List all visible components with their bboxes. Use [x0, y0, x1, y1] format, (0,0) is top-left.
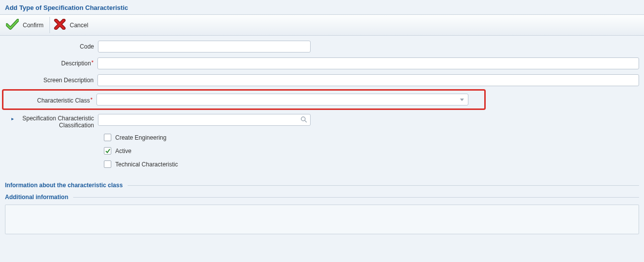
cancel-button[interactable]: Cancel: [52, 17, 94, 33]
divider: [128, 185, 639, 186]
technical-characteristic-label: Technical Characteristic: [115, 161, 178, 168]
close-icon: [54, 19, 66, 31]
toolbar: Confirm Cancel: [0, 15, 644, 36]
section-additional-title: Additional information: [5, 194, 68, 201]
section-additional: Additional information: [5, 194, 639, 201]
form-area: Code Description* Screen Description Cha…: [0, 36, 644, 177]
section-info-class-title: Information about the characteristic cla…: [5, 182, 123, 189]
confirm-button[interactable]: Confirm: [4, 17, 50, 33]
section-info-class: Information about the characteristic cla…: [5, 182, 639, 189]
code-label: Code: [5, 41, 98, 50]
screen-description-input[interactable]: [97, 74, 639, 86]
check-icon: [6, 19, 19, 31]
divider: [73, 197, 639, 198]
expand-caret-icon[interactable]: ▸: [11, 116, 14, 121]
cancel-label: Cancel: [70, 22, 88, 29]
description-label: Description*: [5, 57, 97, 67]
confirm-label: Confirm: [23, 22, 44, 29]
required-icon: *: [91, 97, 92, 103]
characteristic-class-highlight: Characteristic Class*: [2, 89, 486, 110]
active-label: Active: [115, 148, 132, 155]
code-input[interactable]: [98, 41, 311, 52]
required-icon: *: [92, 59, 93, 65]
additional-info-panel: [5, 205, 639, 234]
description-input[interactable]: [97, 57, 639, 69]
spec-char-classification-label: ▸Specification Characteristic Classifica…: [5, 114, 98, 129]
technical-characteristic-checkbox[interactable]: [104, 160, 111, 168]
active-checkbox[interactable]: [104, 147, 111, 155]
search-icon: [300, 116, 307, 124]
screen-description-label: Screen Description: [5, 74, 97, 84]
create-engineering-label: Create Engineering: [115, 134, 166, 141]
create-engineering-checkbox[interactable]: [104, 134, 111, 141]
svg-point-0: [301, 117, 305, 121]
spec-char-classification-lookup[interactable]: [98, 114, 311, 126]
characteristic-class-label: Characteristic Class*: [3, 96, 96, 104]
chevron-down-icon: [460, 99, 464, 101]
page-title: Add Type of Specification Characteristic: [0, 0, 644, 13]
characteristic-class-select[interactable]: [96, 94, 468, 105]
svg-line-1: [305, 120, 307, 122]
